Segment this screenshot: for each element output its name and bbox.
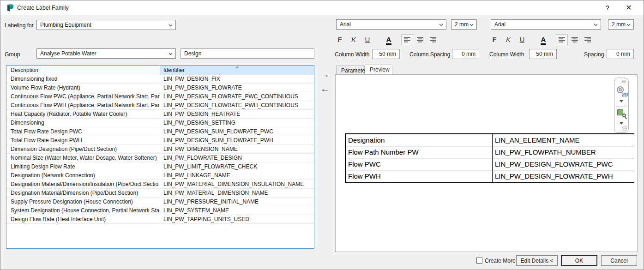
label-preview-table: DesignationLIN_AN_ELEMENT_NAMEFlow Path … <box>345 133 634 183</box>
table-row[interactable]: Supply Pressure Designation (House Conne… <box>6 198 314 206</box>
sort-ascending-icon <box>235 66 239 68</box>
row-identifier: LIN_PW_FLOWRATE_DESIGN <box>160 154 314 162</box>
2d-view-dropdown-icon[interactable] <box>620 100 623 102</box>
row-description: Total Flow Rate Design PWH <box>6 136 160 145</box>
close-button[interactable]: ✕ <box>619 0 639 15</box>
table-row[interactable]: Dimension Designation (Pipe/Duct Section… <box>6 145 314 154</box>
preview-row-description: Flow PWC <box>346 158 493 170</box>
row-identifier: LIN_PW_TAPPING_UNITS_USED <box>160 215 314 224</box>
zoom-dropdown-icon[interactable] <box>620 122 623 125</box>
table-row[interactable]: Total Flow Rate Design PWCLIN_PW_DESIGN_… <box>6 127 314 136</box>
table-row[interactable]: Designation (Network Connection)LIN_PW_L… <box>6 171 314 180</box>
align-right-icon <box>430 37 436 42</box>
chevron-down-icon <box>169 24 173 27</box>
chevron-down-icon <box>594 24 598 26</box>
row-identifier: LIN_PW_MATERIAL_DIMENSION_INSULATION_NAM… <box>160 180 314 189</box>
chevron-down-icon <box>169 53 173 55</box>
column-width-input-1[interactable]: 50 mm <box>372 49 400 59</box>
table-row[interactable]: Design Flow Rate (Heat Interface Unit)LI… <box>6 215 314 224</box>
font-size-select-2[interactable]: 2 mm <box>608 19 634 30</box>
table-row[interactable]: System Designation (House Connection, Pa… <box>6 206 314 215</box>
align-right-button-2[interactable] <box>582 34 594 45</box>
group-name-input[interactable]: Design <box>181 48 314 59</box>
italic-button-2[interactable]: K <box>502 34 514 45</box>
align-center-button-2[interactable] <box>569 34 581 45</box>
font-color-button-2[interactable]: A <box>537 34 549 45</box>
preview-table-row: Flow Path Number PWLIN_PW_FLOWPATH_NUMBE… <box>346 146 634 158</box>
spacing-label-2: Spacing <box>584 51 604 58</box>
align-left-icon <box>559 37 565 42</box>
italic-button-1[interactable]: K <box>348 34 360 45</box>
tab-preview[interactable]: Preview <box>365 65 392 74</box>
row-description: Continuous Flow PWC (Appliance, Partial … <box>6 92 160 101</box>
column-header-description[interactable]: Description <box>6 66 160 75</box>
parameter-table-header: Description Identifier <box>6 66 314 75</box>
row-description: Nominal Size (Water Meter, Water Dosage,… <box>6 154 160 162</box>
preview-row-description: Flow PWH <box>346 170 493 182</box>
table-row[interactable]: Total Flow Rate Design PWHLIN_PW_DESIGN_… <box>6 136 314 145</box>
table-row[interactable]: Heat Capacity (Radiator, Potable Water C… <box>6 110 314 119</box>
labeling-for-label: Labeling for <box>5 22 34 29</box>
row-description: Designation Material/Dimension/Insulatio… <box>6 180 160 189</box>
zoom-extents-icon[interactable] <box>617 109 626 119</box>
table-row[interactable]: Continuous Flow PWH (Appliance, Partial … <box>6 101 314 110</box>
table-row[interactable]: Nominal Size (Water Meter, Water Dosage,… <box>6 154 314 162</box>
font-family-select-1[interactable]: Arial <box>336 19 446 30</box>
preview-row-description: Flow Path Number PW <box>346 146 493 158</box>
table-row[interactable]: Designation Material/Dimension/Insulatio… <box>6 180 314 189</box>
tab-parameter[interactable]: Parameter <box>336 66 365 74</box>
align-center-icon <box>417 37 423 42</box>
preview-row-identifier: LIN_AN_ELEMENT_NAME <box>493 134 634 146</box>
cancel-button[interactable]: Cancel <box>601 255 637 266</box>
underline-button-2[interactable]: U <box>516 34 528 45</box>
2d-view-icon[interactable]: 2D <box>617 86 627 97</box>
edit-details-button[interactable]: Edit Details < <box>516 255 558 266</box>
table-row[interactable]: Designation Material/Dimension (Pipe/Duc… <box>6 189 314 198</box>
navigation-toolbar[interactable]: ⊗ 2D − <box>614 78 629 133</box>
chevron-down-icon <box>469 24 474 26</box>
bold-button-2[interactable]: F <box>488 34 500 45</box>
underline-button-1[interactable]: U <box>361 34 373 45</box>
preview-row-description: Designation <box>346 134 493 146</box>
row-description: System Designation (House Connection, Pa… <box>6 206 160 215</box>
ok-button[interactable]: OK <box>561 255 597 266</box>
table-row[interactable]: Volume Flow Rate (Hydrant)LIN_PW_DESIGN_… <box>6 84 314 92</box>
column-spacing-label-1: Column Spacing <box>409 51 450 58</box>
navbar-close-icon[interactable]: ⊗ <box>622 79 627 84</box>
row-description: Total Flow Rate Design PWC <box>6 127 160 136</box>
font-family-select-2[interactable]: Arial <box>491 19 601 30</box>
row-description: Continuous Flow PWH (Appliance, Partial … <box>6 101 160 110</box>
preview-row-identifier: LIN_PW_DESIGN_FLOWRATE_PWH <box>493 170 634 182</box>
bold-button-1[interactable]: F <box>334 34 346 45</box>
font-size-select-1[interactable]: 2 mm <box>451 19 477 30</box>
align-center-button-1[interactable] <box>414 34 426 45</box>
align-center-icon <box>572 37 578 42</box>
align-left-button-1[interactable] <box>401 34 413 45</box>
spacing-input-2[interactable]: 0 mm <box>607 49 634 59</box>
table-row[interactable]: DimensioningLIN_PW_DESIGN_SETTING <box>6 119 314 127</box>
preview-table-row: Flow PWHLIN_PW_DESIGN_FLOWRATE_PWH <box>346 170 634 182</box>
align-left-button-2[interactable] <box>556 34 568 45</box>
table-row[interactable]: Dimensioning fixedLIN_PW_DESIGN_FIX <box>6 75 314 84</box>
transfer-right-button[interactable]: → <box>318 68 332 80</box>
table-row[interactable]: Continuous Flow PWC (Appliance, Partial … <box>6 92 314 101</box>
row-identifier: LIN_PW_DIMENSION_NAME <box>160 145 314 154</box>
font-color-button-1[interactable]: A <box>383 34 395 45</box>
row-description: Limiting Design Flow Rate <box>6 162 160 171</box>
group-select[interactable]: Analyse Potable Water <box>36 48 176 59</box>
navbar-collapse-icon[interactable]: − <box>622 126 627 131</box>
help-button[interactable]: ? <box>597 0 618 15</box>
row-description: Design Flow Rate (Heat Interface Unit) <box>6 215 160 224</box>
row-identifier: LIN_PW_MATERIAL_DIMENSION_NAME <box>160 189 314 198</box>
row-identifier: LIN_PW_LINKAGE_NAME <box>160 171 314 180</box>
app-icon <box>6 4 14 12</box>
table-row[interactable]: Limiting Design Flow RateLIN_PW_LIMIT_FL… <box>6 162 314 171</box>
column-width-input-2[interactable]: 50 mm <box>529 49 557 59</box>
create-more-checkbox[interactable] <box>476 258 482 264</box>
column-header-identifier[interactable]: Identifier <box>160 66 314 75</box>
transfer-left-button[interactable]: ← <box>318 83 332 95</box>
column-spacing-input-1[interactable]: 0 mm <box>452 49 479 59</box>
row-description: Dimensioning <box>6 119 160 127</box>
labeling-for-select[interactable]: Plumbing Equipment <box>36 20 176 30</box>
align-right-button-1[interactable] <box>427 34 439 45</box>
